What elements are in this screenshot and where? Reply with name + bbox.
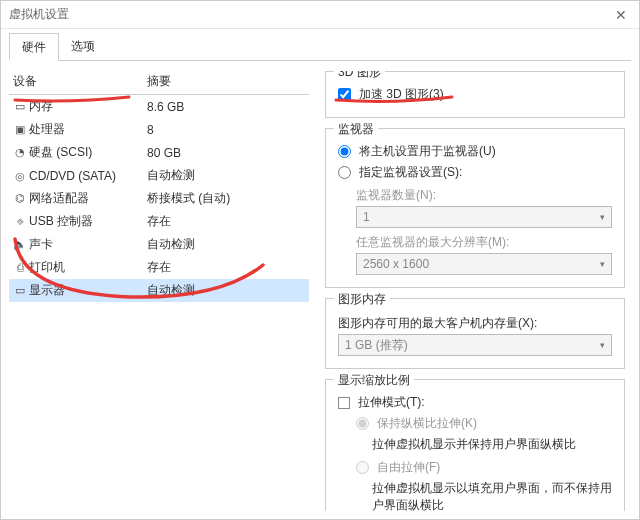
device-panel: 设备 摘要 ▭内存8.6 GB▣处理器8◔硬盘 (SCSI)80 GB◎CD/D… xyxy=(9,71,309,511)
group-title-scaling: 显示缩放比例 xyxy=(334,372,414,389)
monitor-specify-subgroup: 监视器数量(N): 1 ▾ 任意监视器的最大分辨率(M): 2560 x 160… xyxy=(356,187,612,275)
window-title: 虚拟机设置 xyxy=(9,6,69,23)
group-title-gmem: 图形内存 xyxy=(334,291,390,308)
td-summary: 自动检测 xyxy=(143,165,309,186)
memory-icon: ▭ xyxy=(13,100,27,113)
table-header: 设备 摘要 xyxy=(9,71,309,95)
th-device: 设备 xyxy=(9,71,143,92)
free-stretch-input[interactable] xyxy=(356,461,369,474)
td-device: ◎CD/DVD (SATA) xyxy=(9,167,143,185)
stretch-mode-checkbox[interactable] xyxy=(338,397,350,409)
free-stretch-label: 自由拉伸(F) xyxy=(377,459,440,476)
monitor-host-input[interactable] xyxy=(338,145,351,158)
close-icon[interactable]: ✕ xyxy=(611,7,631,23)
table-row[interactable]: ◎CD/DVD (SATA)自动检测 xyxy=(9,164,309,187)
monitor-host-label: 将主机设置用于监视器(U) xyxy=(359,143,496,160)
keep-ratio-label: 保持纵横比拉伸(K) xyxy=(377,415,477,432)
tab-bar: 硬件 选项 xyxy=(9,33,631,61)
titlebar: 虚拟机设置 ✕ xyxy=(1,1,639,29)
monitor-maxres-value: 2560 x 1600 xyxy=(363,257,429,271)
table-row[interactable]: ▣处理器8 xyxy=(9,118,309,141)
accel-3d-label: 加速 3D 图形(3) xyxy=(359,86,444,103)
td-summary: 80 GB xyxy=(143,144,309,162)
device-name: 显示器 xyxy=(29,283,65,297)
device-name: 内存 xyxy=(29,99,53,113)
usb-icon: ⎆ xyxy=(13,215,27,227)
td-summary: 8 xyxy=(143,121,309,139)
table-row[interactable]: ▭内存8.6 GB xyxy=(9,95,309,118)
td-device: ◔硬盘 (SCSI) xyxy=(9,142,143,163)
device-name: 硬盘 (SCSI) xyxy=(29,145,92,159)
device-name: 处理器 xyxy=(29,122,65,136)
device-name: USB 控制器 xyxy=(29,214,93,228)
group-title-monitor: 监视器 xyxy=(334,121,378,138)
accel-3d-input[interactable] xyxy=(338,88,351,101)
td-device: ▣处理器 xyxy=(9,119,143,140)
content-area: 硬件 选项 设备 摘要 ▭内存8.6 GB▣处理器8◔硬盘 (SCSI)80 G… xyxy=(1,29,639,519)
settings-window: 虚拟机设置 ✕ 硬件 选项 设备 摘要 ▭内存8.6 GB▣处理器8◔硬盘 (S… xyxy=(0,0,640,520)
td-device: ▭内存 xyxy=(9,96,143,117)
table-row[interactable]: ▭显示器自动检测 xyxy=(9,279,309,302)
net-icon: ⌬ xyxy=(13,192,27,205)
tab-options[interactable]: 选项 xyxy=(59,33,107,60)
device-name: 网络适配器 xyxy=(29,191,89,205)
chevron-down-icon: ▾ xyxy=(600,212,605,222)
chevron-down-icon: ▾ xyxy=(600,340,605,350)
td-summary: 自动检测 xyxy=(143,234,309,255)
group-monitor: 监视器 将主机设置用于监视器(U) 指定监视器设置(S): 监视器数量(N): … xyxy=(325,128,625,288)
body: 设备 摘要 ▭内存8.6 GB▣处理器8◔硬盘 (SCSI)80 GB◎CD/D… xyxy=(9,61,631,511)
keep-ratio-input[interactable] xyxy=(356,417,369,430)
td-device: 🔈声卡 xyxy=(9,234,143,255)
monitor-count-label: 监视器数量(N): xyxy=(356,187,612,204)
device-name: 打印机 xyxy=(29,260,65,274)
group-3d-graphics: 3D 图形 加速 3D 图形(3) xyxy=(325,71,625,118)
table-row[interactable]: ⌬网络适配器桥接模式 (自动) xyxy=(9,187,309,210)
chevron-down-icon: ▾ xyxy=(600,259,605,269)
free-stretch-desc: 拉伸虚拟机显示以填充用户界面，而不保持用户界面纵横比 xyxy=(372,480,612,511)
monitor-specify-label: 指定监视器设置(S): xyxy=(359,164,462,181)
device-list: ▭内存8.6 GB▣处理器8◔硬盘 (SCSI)80 GB◎CD/DVD (SA… xyxy=(9,95,309,302)
stretch-mode-label: 拉伸模式(T): xyxy=(358,394,425,411)
table-row[interactable]: 🔈声卡自动检测 xyxy=(9,233,309,256)
gmem-label: 图形内存可用的最大客户机内存量(X): xyxy=(338,315,612,332)
cpu-icon: ▣ xyxy=(13,123,27,136)
td-device: ▭显示器 xyxy=(9,280,143,301)
td-summary: 桥接模式 (自动) xyxy=(143,188,309,209)
th-summary: 摘要 xyxy=(143,71,309,92)
monitor-maxres-label: 任意监视器的最大分辨率(M): xyxy=(356,234,612,251)
free-stretch-radio[interactable]: 自由拉伸(F) xyxy=(356,459,612,476)
table-row[interactable]: ⎆USB 控制器存在 xyxy=(9,210,309,233)
tab-hardware[interactable]: 硬件 xyxy=(9,33,59,61)
group-title-3d: 3D 图形 xyxy=(334,71,385,81)
monitor-specify-input[interactable] xyxy=(338,166,351,179)
settings-panel[interactable]: 3D 图形 加速 3D 图形(3) 监视器 将主机设置用于监视器(U) xyxy=(325,71,631,511)
group-graphics-memory: 图形内存 图形内存可用的最大客户机内存量(X): 1 GB (推荐) ▾ xyxy=(325,298,625,369)
td-summary: 存在 xyxy=(143,257,309,278)
sound-icon: 🔈 xyxy=(13,238,27,251)
stretch-mode-field[interactable]: 拉伸模式(T): xyxy=(338,394,612,411)
table-row[interactable]: ⎙打印机存在 xyxy=(9,256,309,279)
display-icon: ▭ xyxy=(13,284,27,297)
td-summary: 8.6 GB xyxy=(143,98,309,116)
gmem-value: 1 GB (推荐) xyxy=(345,337,408,354)
monitor-specify-radio[interactable]: 指定监视器设置(S): xyxy=(338,164,612,181)
monitor-count-select[interactable]: 1 ▾ xyxy=(356,206,612,228)
td-summary: 自动检测 xyxy=(143,280,309,301)
keep-ratio-desc: 拉伸虚拟机显示并保持用户界面纵横比 xyxy=(372,436,612,453)
td-device: ⎆USB 控制器 xyxy=(9,211,143,232)
device-name: 声卡 xyxy=(29,237,53,251)
td-device: ⌬网络适配器 xyxy=(9,188,143,209)
monitor-count-value: 1 xyxy=(363,210,370,224)
device-name: CD/DVD (SATA) xyxy=(29,169,116,183)
disk-icon: ◔ xyxy=(13,146,27,159)
gmem-select[interactable]: 1 GB (推荐) ▾ xyxy=(338,334,612,356)
printer-icon: ⎙ xyxy=(13,261,27,273)
monitor-host-radio[interactable]: 将主机设置用于监视器(U) xyxy=(338,143,612,160)
monitor-maxres-select[interactable]: 2560 x 1600 ▾ xyxy=(356,253,612,275)
cd-icon: ◎ xyxy=(13,170,27,183)
td-device: ⎙打印机 xyxy=(9,257,143,278)
keep-ratio-radio[interactable]: 保持纵横比拉伸(K) xyxy=(356,415,612,432)
table-row[interactable]: ◔硬盘 (SCSI)80 GB xyxy=(9,141,309,164)
td-summary: 存在 xyxy=(143,211,309,232)
accel-3d-checkbox[interactable]: 加速 3D 图形(3) xyxy=(338,86,612,103)
